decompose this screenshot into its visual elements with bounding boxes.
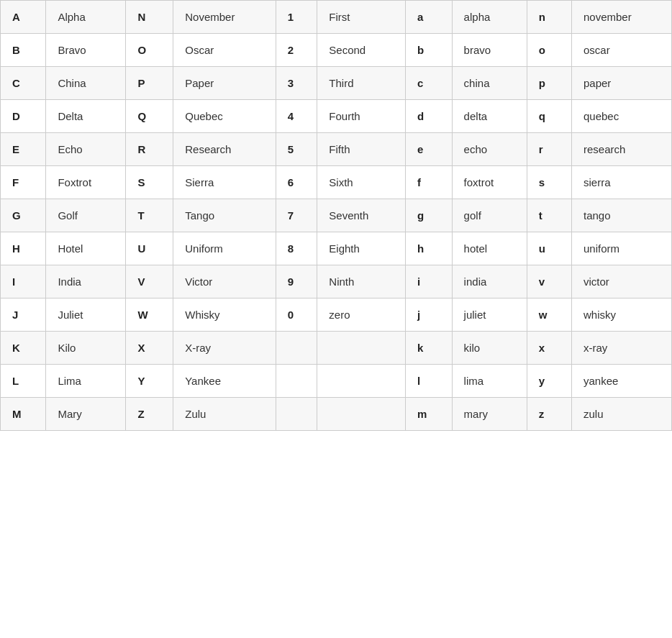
cell-10-9: x-ray [571, 332, 671, 365]
cell-7-8: u [527, 232, 571, 265]
cell-5-4: 6 [276, 166, 317, 199]
cell-12-8: z [527, 398, 571, 431]
cell-3-3: Quebec [173, 100, 276, 133]
cell-12-6: m [406, 398, 453, 431]
table-row: GGolfTTango7Seventhggolfttango [1, 199, 672, 232]
table-row: EEchoRResearch5Fiftheechorresearch [1, 133, 672, 166]
cell-6-7: golf [452, 199, 527, 232]
cell-11-0: L [1, 365, 46, 398]
cell-9-1: Juliet [46, 299, 126, 332]
cell-9-6: j [406, 299, 453, 332]
cell-0-6: a [406, 1, 453, 34]
cell-7-6: h [406, 232, 453, 265]
cell-8-2: V [126, 265, 173, 299]
cell-12-9: zulu [571, 398, 671, 431]
cell-11-9: yankee [571, 365, 671, 398]
cell-2-9: paper [571, 67, 671, 100]
cell-7-0: H [1, 232, 46, 265]
cell-5-5: Sixth [317, 166, 406, 199]
table-row: JJulietWWhisky0zerojjulietwwhisky [1, 299, 672, 332]
cell-10-5 [317, 332, 406, 365]
cell-4-1: Echo [46, 133, 126, 166]
cell-4-0: E [1, 133, 46, 166]
cell-6-1: Golf [46, 199, 126, 232]
cell-6-0: G [1, 199, 46, 232]
cell-9-5: zero [317, 299, 406, 332]
cell-10-4 [276, 332, 317, 365]
cell-11-2: Y [126, 365, 173, 398]
cell-5-6: f [406, 166, 453, 199]
cell-8-4: 9 [276, 265, 317, 299]
table-row: MMaryZZulummaryzzulu [1, 398, 672, 431]
cell-10-8: x [527, 332, 571, 365]
cell-0-5: First [317, 1, 406, 34]
cell-6-4: 7 [276, 199, 317, 232]
cell-3-7: delta [452, 100, 527, 133]
cell-9-7: juliet [452, 299, 527, 332]
cell-4-7: echo [452, 133, 527, 166]
cell-10-6: k [406, 332, 453, 365]
cell-1-0: B [1, 34, 46, 67]
cell-3-0: D [1, 100, 46, 133]
cell-12-3: Zulu [173, 398, 276, 431]
cell-6-2: T [126, 199, 173, 232]
cell-11-6: l [406, 365, 453, 398]
cell-4-6: e [406, 133, 453, 166]
table-row: IIndiaVVictor9Ninthiindiavvictor [1, 265, 672, 299]
cell-5-8: s [527, 166, 571, 199]
cell-1-7: bravo [452, 34, 527, 67]
cell-5-2: S [126, 166, 173, 199]
cell-4-4: 5 [276, 133, 317, 166]
cell-7-4: 8 [276, 232, 317, 265]
cell-3-5: Fourth [317, 100, 406, 133]
cell-9-3: Whisky [173, 299, 276, 332]
table-row: CChinaPPaper3Thirdcchinappaper [1, 67, 672, 100]
cell-7-5: Eighth [317, 232, 406, 265]
cell-12-7: mary [452, 398, 527, 431]
cell-7-1: Hotel [46, 232, 126, 265]
cell-2-5: Third [317, 67, 406, 100]
table-row: LLimaYYankeellimayyankee [1, 365, 672, 398]
cell-0-3: November [173, 1, 276, 34]
cell-11-7: lima [452, 365, 527, 398]
cell-0-4: 1 [276, 1, 317, 34]
cell-5-1: Foxtrot [46, 166, 126, 199]
cell-4-5: Fifth [317, 133, 406, 166]
cell-11-4 [276, 365, 317, 398]
cell-7-2: U [126, 232, 173, 265]
cell-4-2: R [126, 133, 173, 166]
cell-9-9: whisky [571, 299, 671, 332]
cell-7-7: hotel [452, 232, 527, 265]
cell-2-0: C [1, 67, 46, 100]
cell-6-6: g [406, 199, 453, 232]
cell-6-3: Tango [173, 199, 276, 232]
cell-3-8: q [527, 100, 571, 133]
cell-9-2: W [126, 299, 173, 332]
cell-10-2: X [126, 332, 173, 365]
cell-8-5: Ninth [317, 265, 406, 299]
cell-8-7: india [452, 265, 527, 299]
cell-3-6: d [406, 100, 453, 133]
cell-8-9: victor [571, 265, 671, 299]
cell-8-8: v [527, 265, 571, 299]
cell-5-7: foxtrot [452, 166, 527, 199]
cell-6-8: t [527, 199, 571, 232]
cell-1-1: Bravo [46, 34, 126, 67]
cell-3-2: Q [126, 100, 173, 133]
cell-4-3: Research [173, 133, 276, 166]
table-row: AAlphaNNovember1Firstaalphannovember [1, 1, 672, 34]
cell-1-8: o [527, 34, 571, 67]
cell-7-9: uniform [571, 232, 671, 265]
cell-6-5: Seventh [317, 199, 406, 232]
table-row: HHotelUUniform8Eighthhhoteluuniform [1, 232, 672, 265]
cell-2-1: China [46, 67, 126, 100]
cell-5-3: Sierra [173, 166, 276, 199]
cell-0-7: alpha [452, 1, 527, 34]
cell-1-4: 2 [276, 34, 317, 67]
cell-10-7: kilo [452, 332, 527, 365]
cell-7-3: Uniform [173, 232, 276, 265]
cell-0-0: A [1, 1, 46, 34]
cell-4-8: r [527, 133, 571, 166]
cell-12-5 [317, 398, 406, 431]
cell-2-6: c [406, 67, 453, 100]
